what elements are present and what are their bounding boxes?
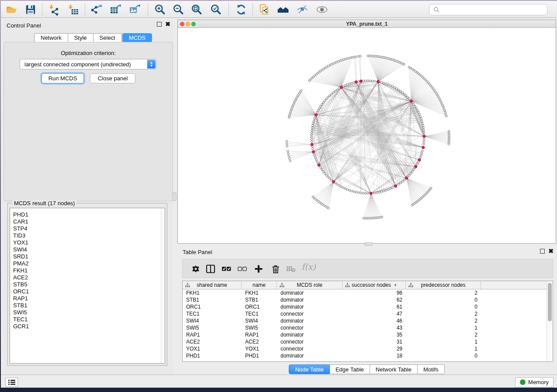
export-network-icon[interactable]	[90, 3, 103, 16]
toolbar-divider	[85, 3, 85, 16]
zoom-in-icon[interactable]	[154, 3, 166, 16]
table-scrollbar-thumb[interactable]	[548, 283, 552, 321]
mcds-result-item[interactable]: ORC1	[10, 288, 165, 295]
mcds-result-item[interactable]: FKH1	[10, 267, 165, 274]
mcds-result-item[interactable]: ACE2	[10, 274, 165, 281]
mcds-result-item[interactable]: TEC1	[10, 316, 165, 323]
attribute-icon	[280, 283, 284, 288]
mcds-result-item[interactable]: SWI4	[10, 246, 165, 253]
close-panel-button[interactable]: Close panel	[90, 73, 135, 83]
table-row[interactable]: STB1STB1dominator620	[183, 296, 547, 303]
tab-network[interactable]: Network	[34, 33, 68, 42]
attribute-icon	[408, 283, 413, 288]
column-header-shared-name[interactable]: shared name	[183, 281, 242, 289]
mcds-result-item[interactable]: RAP1	[10, 295, 165, 302]
table-row[interactable]: SWI5SWI5connector431	[183, 324, 547, 331]
tab-network-table[interactable]: Network Table	[370, 364, 418, 374]
deselect-all-icon[interactable]	[237, 264, 247, 274]
refresh-icon[interactable]	[235, 3, 247, 16]
cell-MCDS-role: connector	[277, 345, 343, 352]
tab-motifs[interactable]: Motifs	[418, 364, 445, 374]
function-icon: f(x)	[301, 262, 316, 272]
show-eye-icon[interactable]	[316, 3, 328, 16]
column-header-name[interactable]: name	[242, 281, 277, 289]
vertical-divider-handle[interactable]	[173, 193, 176, 201]
mcds-result-list[interactable]: PHD1CAR1STP4TID3YOX1SWI4SRD1PMA2FKH1ACE2…	[10, 208, 165, 364]
mcds-result-item[interactable]: GCR1	[10, 323, 165, 330]
open-folder-icon[interactable]	[5, 3, 17, 16]
cell-name: RAP1	[242, 331, 277, 338]
task-list-button[interactable]	[5, 378, 18, 387]
mcds-result-item[interactable]: STB1	[10, 302, 165, 309]
import-network-icon[interactable]	[48, 3, 60, 16]
network-canvas[interactable]	[178, 28, 556, 243]
tab-edge-table[interactable]: Edge Table	[330, 364, 370, 374]
column-header-predecessor-nodes[interactable]: predecessor nodes	[406, 281, 481, 289]
criterion-select[interactable]: largest connected component (undirected)…	[20, 59, 156, 69]
tab-style[interactable]: Style	[68, 33, 93, 42]
table-header: shared namenameMCDS rolesuccessor nodes▾…	[183, 281, 547, 289]
node-table: shared namenameMCDS rolesuccessor nodes▾…	[182, 281, 553, 362]
memory-button[interactable]: Memory	[515, 377, 554, 387]
horizontal-divider-handle[interactable]	[364, 242, 373, 246]
cell-successor-nodes: 46	[343, 317, 406, 324]
export-table-icon[interactable]	[110, 3, 122, 16]
tab-mcds[interactable]: MCDS	[122, 33, 152, 42]
delete-icon[interactable]	[270, 264, 281, 274]
table-row[interactable]: FKH1FKH1dominator962	[183, 289, 547, 296]
cell-MCDS-role: dominator	[277, 289, 343, 296]
hide-selected-icon[interactable]	[296, 3, 308, 16]
select-all-icon[interactable]	[221, 264, 232, 274]
table-row[interactable]: ACE2ACE2connector311	[183, 338, 547, 345]
table-row[interactable]: SWI4SWI4dominator462	[183, 317, 547, 324]
zoom-fit-icon[interactable]	[190, 3, 203, 16]
cell-name: ORC1	[242, 303, 277, 310]
table-row[interactable]: TEC1TEC1connector472	[183, 310, 547, 317]
column-header-MCDS-role[interactable]: MCDS role	[277, 281, 343, 289]
add-icon[interactable]	[253, 264, 264, 274]
cell-successor-nodes: 47	[343, 310, 406, 317]
table-row[interactable]: YOX1YOX1connector291	[183, 345, 547, 352]
cell-MCDS-role: connector	[277, 310, 343, 317]
save-icon[interactable]	[24, 3, 37, 16]
mcds-result-item[interactable]: PMA2	[10, 260, 165, 267]
network-window-titlebar[interactable]: YPA_prune.txt_1	[178, 20, 556, 28]
tab-select[interactable]: Select	[93, 33, 122, 42]
search-input[interactable]	[440, 7, 547, 13]
table-scrollbar[interactable]	[547, 281, 553, 361]
mcds-result-item[interactable]: SWI5	[10, 309, 165, 316]
float-panel-icon[interactable]	[157, 22, 162, 27]
list-scrollbar[interactable]	[161, 208, 165, 363]
cell-predecessor-nodes: 0	[406, 296, 481, 303]
cell-MCDS-role: dominator	[277, 352, 343, 359]
mcds-result-item[interactable]: TID3	[10, 232, 165, 239]
run-mcds-button[interactable]: Run MCDS	[42, 73, 84, 83]
search-icon	[433, 7, 440, 13]
close-table-panel-icon[interactable]: ✖	[548, 249, 554, 254]
table-row[interactable]: RAP1RAP1dominator352	[183, 331, 547, 338]
mcds-result-item[interactable]: YOX1	[10, 239, 165, 246]
gear-icon[interactable]	[190, 264, 201, 274]
mcds-result-item[interactable]: SRD1	[10, 253, 165, 260]
zoom-out-icon[interactable]	[172, 3, 184, 16]
mcds-result-item[interactable]: STP4	[10, 225, 165, 232]
table-row[interactable]: PHD1PHD1dominator180	[183, 352, 547, 359]
close-panel-icon[interactable]: ✖	[165, 22, 170, 27]
home-networks-icon[interactable]	[277, 3, 289, 16]
tab-node-table[interactable]: Node Table	[289, 364, 330, 374]
mcds-result-item[interactable]: CAR1	[10, 218, 165, 225]
mcds-result-item[interactable]: STB5	[10, 281, 165, 288]
column-header-successor-nodes[interactable]: successor nodes▾	[343, 281, 406, 289]
share-document-icon[interactable]	[259, 3, 271, 16]
zoom-selected-icon[interactable]	[210, 3, 222, 16]
split-view-icon[interactable]	[205, 264, 216, 274]
application-window: Control Panel ✖ NetworkStyleSelectMCDS O…	[1, 1, 557, 388]
export-image-icon[interactable]	[129, 3, 141, 16]
import-table-icon[interactable]	[67, 3, 80, 16]
search-box[interactable]	[429, 4, 547, 15]
table-row[interactable]: ORC1ORC1dominator610	[183, 303, 547, 310]
memory-status-icon	[520, 379, 526, 385]
mcds-result-item[interactable]: PHD1	[10, 211, 165, 218]
float-table-panel-icon[interactable]	[540, 249, 545, 254]
main-toolbar	[1, 1, 557, 18]
